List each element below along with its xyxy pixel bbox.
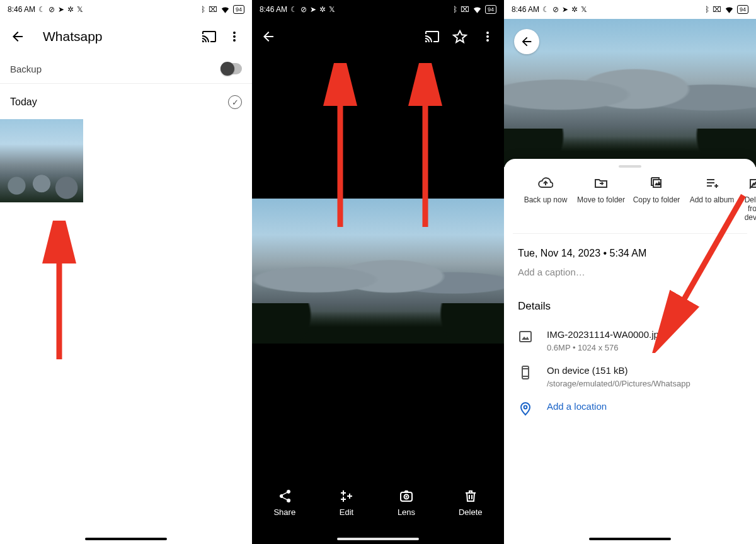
caption-input[interactable]: Add a caption…	[518, 267, 742, 277]
x-icon: 𝕏	[329, 5, 335, 14]
select-all-icon[interactable]	[228, 95, 242, 109]
telegram-icon: ➤	[310, 5, 316, 14]
wifi-icon	[472, 6, 482, 13]
fan-icon: ✲	[571, 5, 578, 14]
file-meta: 0.6MP • 1024 x 576	[547, 343, 664, 352]
today-label: Today	[10, 96, 37, 108]
delete-button[interactable]: Delete	[459, 489, 483, 517]
today-header: Today	[0, 84, 252, 117]
bluetooth-icon: ᛒ	[705, 5, 709, 14]
status-bar: 8:46 AM ☾ ⊘ ➤ ✲ 𝕏 ᛒ ⌧ 94	[504, 0, 756, 19]
viewer-bottom-bar: Share Edit Lens Delete	[252, 477, 504, 528]
meta-block: Tue, Nov 14, 2023 • 5:34 AM Add a captio…	[504, 234, 756, 280]
backup-row: Backup	[0, 54, 252, 84]
viewer-header	[252, 19, 504, 54]
move-folder-button[interactable]: Move to folder	[573, 175, 629, 222]
nosim-icon: ⌧	[461, 5, 469, 14]
add-location-label: Add a location	[547, 401, 607, 412]
telegram-icon: ➤	[58, 5, 64, 14]
dnd-icon: ⊘	[553, 5, 559, 14]
cast-icon[interactable]	[420, 24, 445, 49]
edit-label: Edit	[340, 507, 353, 517]
status-time: 8:46 AM	[8, 5, 35, 14]
lens-button[interactable]: Lens	[398, 489, 415, 517]
backup-toggle[interactable]	[220, 63, 242, 74]
more-icon[interactable]	[475, 24, 500, 49]
x-icon: 𝕏	[77, 5, 83, 14]
telegram-icon: ➤	[562, 5, 568, 14]
storage-line2: /storage/emulated/0/Pictures/Whatsapp	[547, 379, 690, 388]
fan-icon: ✲	[319, 5, 326, 14]
storage-line1: On device (151 kB)	[547, 365, 690, 376]
svg-rect-6	[349, 494, 350, 499]
bluetooth-icon: ᛒ	[453, 5, 457, 14]
details-heading: Details	[518, 300, 742, 313]
battery-icon: 94	[485, 5, 496, 14]
panel-album-view: 8:46 AM ☾ ⊘ ➤ ✲ 𝕏 ᛒ ⌧ 94 Whatsapp Backup	[0, 0, 252, 544]
move-folder-label: Move to folder	[577, 195, 625, 204]
bluetooth-icon: ᛒ	[201, 5, 205, 14]
photo-full[interactable]	[252, 199, 504, 344]
copy-folder-button[interactable]: Copy to folder	[629, 175, 684, 222]
more-icon[interactable]	[222, 24, 247, 49]
dnd-icon: ⊘	[301, 5, 307, 14]
nosim-icon: ⌧	[209, 5, 217, 14]
storage-detail-row: On device (151 kB) /storage/emulated/0/P…	[504, 359, 756, 395]
x-icon: 𝕏	[581, 5, 587, 14]
back-icon[interactable]	[5, 24, 30, 49]
moon-icon: ☾	[38, 5, 45, 14]
wifi-icon	[724, 6, 734, 13]
backup-label: Backup	[10, 64, 42, 74]
moon-icon: ☾	[542, 5, 549, 14]
battery-icon: 94	[737, 5, 748, 14]
delete-device-button[interactable]: Delete from device	[740, 175, 756, 222]
action-row: Back up now Move to folder Copy to folde…	[513, 171, 747, 234]
photo-preview[interactable]	[504, 19, 756, 167]
edit-button[interactable]: Edit	[339, 489, 354, 517]
location-row[interactable]: Add a location	[504, 395, 756, 422]
details-sheet: Back up now Move to folder Copy to folde…	[504, 159, 756, 544]
status-bar: 8:46 AM ☾ ⊘ ➤ ✲ 𝕏 ᛒ ⌧ 94	[0, 0, 252, 19]
add-album-label: Add to album	[690, 195, 735, 204]
share-label: Share	[273, 507, 295, 517]
home-indicator	[337, 538, 419, 540]
lens-label: Lens	[398, 507, 415, 517]
add-album-button[interactable]: Add to album	[684, 175, 740, 222]
battery-icon: 94	[233, 5, 244, 14]
home-indicator	[589, 538, 671, 540]
photo-thumbnail[interactable]	[0, 119, 83, 202]
status-bar: 8:46 AM ☾ ⊘ ➤ ✲ 𝕏 ᛒ ⌧ 94	[252, 0, 504, 19]
sheet-grip[interactable]	[619, 165, 641, 168]
photo-datetime: Tue, Nov 14, 2023 • 5:34 AM	[518, 248, 742, 259]
fan-icon: ✲	[67, 5, 74, 14]
album-header: Whatsapp	[0, 19, 252, 54]
nosim-icon: ⌧	[713, 5, 721, 14]
back-button[interactable]	[514, 29, 539, 54]
delete-device-label: Delete from device	[740, 195, 756, 222]
annotation-arrow	[34, 221, 84, 366]
panel-photo-details: 8:46 AM ☾ ⊘ ➤ ✲ 𝕏 ᛒ ⌧ 94 Back up now	[504, 0, 756, 544]
svg-rect-13	[520, 332, 531, 342]
svg-point-11	[405, 495, 407, 497]
moon-icon: ☾	[290, 5, 297, 14]
svg-rect-8	[343, 497, 344, 502]
backup-now-button[interactable]: Back up now	[518, 175, 573, 222]
file-name: IMG-20231114-WA0000.jpg	[547, 329, 664, 340]
panel-photo-viewer: 8:46 AM ☾ ⊘ ➤ ✲ 𝕏 ᛒ ⌧ 94	[252, 0, 504, 544]
delete-label: Delete	[459, 507, 483, 517]
share-button[interactable]: Share	[273, 489, 295, 517]
wifi-icon	[220, 6, 230, 13]
status-time: 8:46 AM	[260, 5, 287, 14]
home-indicator	[85, 538, 167, 540]
back-icon[interactable]	[256, 24, 281, 49]
svg-point-17	[524, 406, 527, 409]
cast-icon[interactable]	[197, 24, 222, 49]
copy-folder-label: Copy to folder	[633, 195, 680, 204]
status-time: 8:46 AM	[512, 5, 539, 14]
album-title: Whatsapp	[43, 29, 197, 44]
dnd-icon: ⊘	[49, 5, 55, 14]
file-detail-row: IMG-20231114-WA0000.jpg 0.6MP • 1024 x 5…	[504, 323, 756, 359]
svg-rect-4	[343, 490, 344, 495]
backup-now-label: Back up now	[524, 195, 568, 204]
favorite-icon[interactable]	[447, 24, 472, 49]
